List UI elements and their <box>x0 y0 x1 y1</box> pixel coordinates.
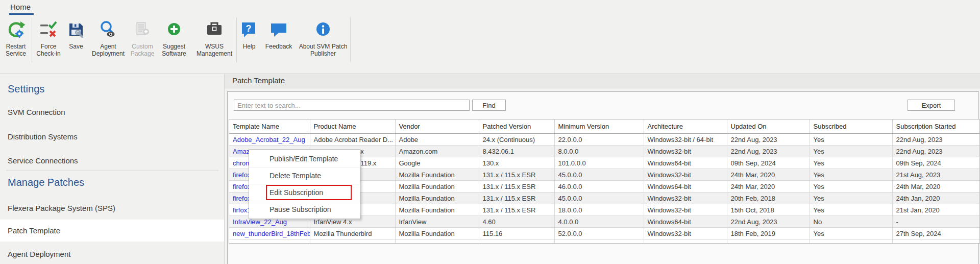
table-cell: Mozilla Thunderbird <box>310 228 395 239</box>
agent-deployment-icon <box>99 18 118 41</box>
custom-package-icon <box>133 18 152 41</box>
table-header-row: Template NameProduct NameVendorPatched V… <box>229 119 979 134</box>
table-cell: 115.16 <box>479 228 554 239</box>
restart-service-label: Restart Service <box>6 43 26 57</box>
context-menu-item-edit-subscription[interactable]: Edit Subscription <box>249 184 360 201</box>
sidebar-item-service-connections[interactable]: Service Connections <box>8 156 78 165</box>
table-cell <box>727 239 810 244</box>
column-header[interactable]: Architecture <box>644 119 727 134</box>
table-cell: 24.x (Continuous) <box>479 134 554 146</box>
sidebar-divider <box>6 171 218 171</box>
table-cell: Amazon.com <box>395 146 479 157</box>
column-header[interactable]: Template Name <box>229 119 310 134</box>
svg-text:?: ? <box>246 23 252 34</box>
about-svm-patch-publisher-button[interactable]: About SVM Patch Publisher <box>296 15 350 69</box>
table-cell: 24th Mar, 2020 <box>727 181 810 193</box>
ribbon: Home Restart Service <box>0 0 980 74</box>
column-header[interactable]: Subscription Started <box>892 119 979 134</box>
table-cell: 24th Mar, 2020 <box>727 169 810 181</box>
table-cell: 09th Sep, 2024 <box>727 157 810 169</box>
custom-package-button: Custom Package <box>129 15 156 69</box>
column-header[interactable]: Updated On <box>727 119 810 134</box>
agent-deployment-button[interactable]: Agent Deployment <box>87 15 129 69</box>
find-button[interactable]: Find <box>472 100 506 111</box>
table-cell <box>554 239 644 244</box>
table-cell: Google <box>395 157 479 169</box>
feedback-icon <box>269 18 288 41</box>
sidebar-item-flexera-package-system-sps[interactable]: Flexera Package System (SPS) <box>8 204 115 212</box>
table-cell: 20th Feb, 2018 <box>727 193 810 204</box>
wsus-management-button[interactable]: WSUS Management <box>192 15 236 69</box>
save-label: Save <box>69 43 83 50</box>
column-header[interactable]: Vendor <box>395 119 479 134</box>
table-cell: Windows32-bit <box>644 169 727 181</box>
table-cell <box>892 239 979 244</box>
force-check-in-button[interactable]: Force Check-in <box>32 15 65 69</box>
table-row[interactable]: new_thunderBird_18thFebMozilla Thunderbi… <box>229 228 979 239</box>
help-button[interactable]: ? Help <box>237 15 261 69</box>
table-cell: 131.x / 115.x ESR <box>479 193 554 204</box>
help-label: Help <box>243 43 256 50</box>
table-cell <box>310 239 395 244</box>
sidebar-item-patch-template[interactable]: Patch Template <box>0 220 224 242</box>
ribbon-separator <box>350 17 351 62</box>
table-cell: 45.0.0.0 <box>554 193 644 204</box>
column-header[interactable]: Subscribed <box>810 119 892 134</box>
sidebar-section-header-settings: Settings <box>8 83 44 95</box>
table-cell <box>644 239 727 244</box>
table-cell: 45.0.0.0 <box>554 169 644 181</box>
custom-package-label: Custom Package <box>131 43 155 57</box>
page-title: Patch Template <box>225 74 980 88</box>
about-svm-patch-publisher-label: About SVM Patch Publisher <box>299 43 348 57</box>
save-button[interactable]: Save <box>65 15 87 69</box>
restart-service-icon <box>6 18 26 41</box>
table-cell: Adobe_Acrobat_22_Aug <box>229 134 310 146</box>
table-cell: Yes <box>810 146 892 157</box>
table-cell: Yes <box>810 228 892 239</box>
feedback-button[interactable]: Feedback <box>261 15 296 69</box>
table-cell: Windows32-bit <box>644 146 727 157</box>
wsus-management-icon <box>205 18 224 41</box>
suggest-software-label: Suggest Software <box>162 43 186 57</box>
table-row[interactable]: Adobe_Acrobat_22_AugAdobe Acrobat Reader… <box>229 134 979 146</box>
table-cell: Mozilla Foundation <box>395 169 479 181</box>
table-cell: 24th Mar, 2020 <box>892 181 979 193</box>
template-name-link[interactable]: new_thunderBird_18thFeb <box>233 230 310 237</box>
table-cell: Mozilla Foundation <box>395 228 479 239</box>
sidebar-item-agent-deployment[interactable]: Agent Deployment <box>8 250 70 258</box>
search-input[interactable] <box>234 100 470 111</box>
force-check-in-icon <box>39 18 58 41</box>
template-name-link[interactable]: Adobe_Acrobat_22_Aug <box>233 136 305 143</box>
suggest-software-button[interactable]: Suggest Software <box>156 15 192 69</box>
sidebar-item-distribution-systems[interactable]: Distribution Systems <box>8 132 78 141</box>
table-cell: 22.0.0.0 <box>554 134 644 146</box>
table-cell: Windows32-bit <box>644 193 727 204</box>
export-button[interactable]: Export <box>908 100 955 111</box>
context-menu-item-pause-subscription[interactable]: Pause Subscription <box>249 201 360 218</box>
table-cell: IrfanView <box>395 216 479 228</box>
sidebar-item-svm-connection[interactable]: SVM Connection <box>8 108 65 116</box>
context-menu-item-delete-template[interactable]: Delete Template <box>249 167 360 184</box>
table-cell: - <box>892 216 979 228</box>
agent-deployment-label: Agent Deployment <box>92 43 125 57</box>
table-cell: Mozilla Foundation <box>395 181 479 193</box>
table-cell: Adobe Acrobat Reader D... <box>310 134 395 146</box>
table-cell: Windows32-bit / 64-bit <box>644 134 727 146</box>
suggest-software-icon <box>164 18 184 41</box>
tab-home[interactable]: Home <box>10 3 31 11</box>
table-cell: No <box>810 216 892 228</box>
column-header[interactable]: Patched Version <box>479 119 554 134</box>
table-cell: 131.x / 115.x ESR <box>479 169 554 181</box>
column-header[interactable]: Minimum Version <box>554 119 644 134</box>
table-cell: Windows64-bit <box>644 157 727 169</box>
table-cell: Yes <box>810 169 892 181</box>
table-cell: 8.432.06.1 <box>479 146 554 157</box>
context-menu-item-publish-edit-template[interactable]: Publish/Edit Template <box>249 151 360 167</box>
help-icon: ? <box>239 18 259 41</box>
column-header[interactable]: Product Name <box>310 119 395 134</box>
table-cell: 22nd Aug, 2023 <box>727 134 810 146</box>
restart-service-button[interactable]: Restart Service <box>0 15 32 69</box>
table-cell: Yes <box>810 157 892 169</box>
table-cell: 09th Sep, 2024 <box>892 157 979 169</box>
table-cell: Windows64-bit <box>644 181 727 193</box>
